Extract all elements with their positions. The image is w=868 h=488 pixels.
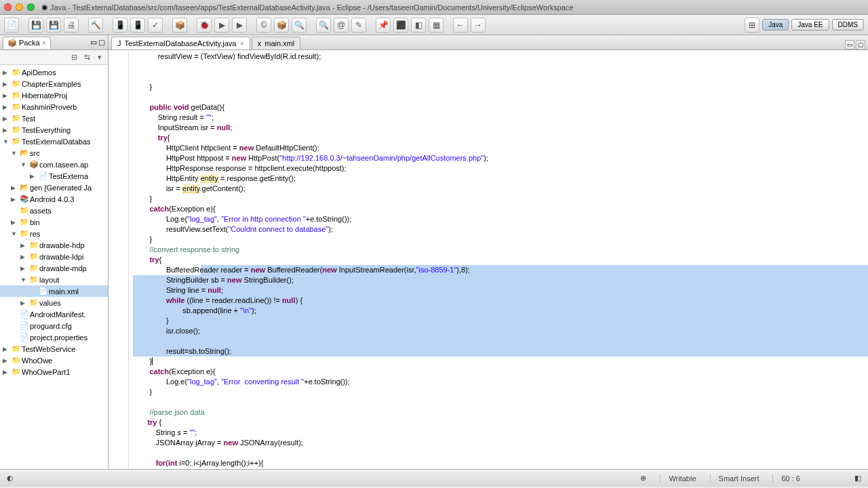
tree-item[interactable]: ▶📁Test — [0, 113, 108, 124]
expand-arrow-icon[interactable]: ▶ — [3, 81, 11, 87]
tree-item[interactable]: ▶📂gen [Generated Ja — [0, 182, 108, 193]
link-editor-icon[interactable]: ⇆ — [81, 52, 92, 63]
expand-arrow-icon[interactable]: ▼ — [11, 230, 19, 237]
new-project-button[interactable]: 📦 — [172, 18, 187, 33]
code-line[interactable]: Log.e("log_tag", "Error converting resul… — [133, 377, 868, 387]
toggle-button[interactable]: ⬛ — [393, 18, 408, 33]
task-button[interactable]: ✎ — [351, 18, 366, 33]
tree-item[interactable]: ▶📁values — [0, 297, 108, 308]
new-button[interactable]: 📄 — [4, 18, 19, 33]
code-line[interactable]: public void getData(){ — [133, 102, 868, 113]
expand-arrow-icon[interactable]: ▶ — [11, 196, 19, 203]
run-last-button[interactable]: ▶ — [232, 18, 247, 33]
expand-arrow-icon[interactable]: ▶ — [20, 242, 28, 249]
close-icon[interactable]: × — [239, 39, 243, 47]
code-line[interactable]: try{ — [133, 255, 868, 265]
code-line[interactable]: HttpPost httppost = new HttpPost("http:/… — [133, 153, 868, 163]
tree-item[interactable]: ▶📁ApiDemos — [0, 66, 108, 78]
code-line[interactable]: isr.close(); — [133, 326, 868, 336]
open-perspective-button[interactable]: ⊞ — [745, 18, 760, 33]
editor-gutter[interactable] — [108, 50, 129, 469]
minimize-editor-icon[interactable]: ▭ — [845, 40, 854, 49]
zoom-window-icon[interactable] — [27, 3, 35, 11]
tree-item[interactable]: ▼📂src — [0, 147, 108, 159]
code-line[interactable] — [133, 62, 868, 72]
code-line[interactable]: String line = null; — [133, 285, 868, 296]
avd-button[interactable]: 📱 — [130, 18, 145, 33]
code-line[interactable]: String s = ""; — [133, 428, 868, 438]
code-line[interactable]: for(int i=0; i<jArray.length();i++){ — [133, 458, 868, 468]
code-line[interactable]: HttpEntity entity = response.getEntity()… — [133, 174, 868, 184]
tree-item[interactable]: ▼📦com.taseen.ap — [0, 159, 108, 170]
run-button[interactable]: ▶ — [214, 18, 229, 33]
expand-arrow-icon[interactable]: ▶ — [20, 300, 28, 306]
code-line[interactable] — [133, 336, 868, 346]
tree-item[interactable]: ▼📁res — [0, 228, 108, 239]
code-line[interactable]: result=sb.toString(); — [133, 346, 868, 357]
new-class-button[interactable]: © — [256, 18, 271, 33]
tree-item[interactable]: ▶📁KashmiriProverb — [0, 101, 108, 113]
expand-arrow-icon[interactable]: ▼ — [11, 150, 19, 157]
expand-arrow-icon[interactable]: ▶ — [3, 369, 11, 375]
tree-item[interactable]: ▶📄TestExterna — [0, 170, 108, 182]
tree-item[interactable]: ▶📁drawable-hdp — [0, 239, 108, 251]
expand-arrow-icon[interactable]: ▼ — [20, 161, 28, 168]
tree-item[interactable]: ▼📁layout — [0, 274, 108, 285]
pin-button[interactable]: 📌 — [376, 18, 391, 33]
code-editor[interactable]: resultView = (TextView) findViewById(R.i… — [108, 50, 868, 469]
expand-arrow-icon[interactable]: ▶ — [3, 104, 11, 110]
editor-tab-xml[interactable]: x main.xml — [252, 37, 301, 49]
build-button[interactable]: 🔨 — [88, 18, 103, 33]
tree-item[interactable]: ▶📁WhoOwePart1 — [0, 366, 108, 378]
code-line[interactable] — [133, 72, 868, 82]
code-line[interactable]: StringBuilder sb = new StringBuilder(); — [133, 275, 868, 285]
code-line[interactable]: sb.append(line + "\n"); — [133, 306, 868, 316]
code-line[interactable]: JSONArray jArray = new JSONArray(result)… — [133, 438, 868, 448]
debug-button[interactable]: 🐞 — [197, 18, 212, 33]
maximize-editor-icon[interactable]: ▢ — [856, 40, 865, 49]
search-button[interactable]: 🔍 — [316, 18, 331, 33]
expand-arrow-icon[interactable]: ▶ — [20, 265, 28, 272]
code-line[interactable]: //convert response to string — [133, 245, 868, 255]
code-line[interactable]: } — [133, 194, 868, 204]
print-button[interactable]: 🖨 — [64, 18, 79, 33]
status-build-icon[interactable]: ◧ — [854, 474, 861, 483]
tree-item[interactable]: 📄proguard.cfg — [0, 320, 108, 331]
tree-item[interactable]: ▶📁TestWebService — [0, 343, 108, 354]
expand-arrow-icon[interactable]: ▶ — [3, 346, 11, 352]
code-line[interactable]: try { — [133, 418, 868, 428]
collapse-all-icon[interactable]: ⊟ — [68, 52, 79, 63]
code-line[interactable]: String result = ""; — [133, 113, 868, 123]
code-line[interactable]: resultView.setText("Couldnt connect to d… — [133, 224, 868, 235]
expand-arrow-icon[interactable]: ▶ — [30, 173, 38, 180]
tree-item[interactable]: 📄AndroidManifest. — [0, 308, 108, 320]
code-line[interactable] — [133, 397, 868, 407]
expand-arrow-icon[interactable]: ▶ — [11, 219, 19, 226]
tree-item[interactable]: ▶📚Android 4.0.3 — [0, 193, 108, 205]
code-line[interactable]: } — [133, 387, 868, 397]
code-line[interactable]: HttpResponse response = httpclient.execu… — [133, 163, 868, 174]
project-tree[interactable]: ▶📁ApiDemos▶📁ChapterExamples▶📁HibernatePr… — [0, 65, 108, 469]
expand-arrow-icon[interactable]: ▶ — [3, 69, 11, 76]
code-line[interactable]: } — [133, 82, 868, 92]
tree-item[interactable]: ▶📁bin — [0, 216, 108, 228]
back-button[interactable]: ← — [453, 18, 468, 33]
tree-item[interactable]: ▶📁ChapterExamples — [0, 78, 108, 89]
view-menu-icon[interactable]: ▾ — [94, 52, 105, 63]
tree-item[interactable]: ▼📁TestExternalDatabas — [0, 136, 108, 147]
code-line[interactable]: //parse json data — [133, 407, 868, 418]
code-line[interactable]: } — [133, 357, 868, 367]
block-button[interactable]: ▦ — [429, 18, 443, 33]
tree-item[interactable]: 📁assets — [0, 205, 108, 216]
code-line[interactable]: HttpClient httpclient = new DefaultHttpC… — [133, 143, 868, 153]
close-window-icon[interactable] — [4, 3, 12, 11]
save-all-button[interactable]: 💾 — [46, 18, 61, 33]
perspective-java[interactable]: Java — [762, 19, 789, 30]
close-icon[interactable]: × — [42, 39, 46, 47]
perspective-ddms[interactable]: DDMS — [832, 19, 864, 30]
expand-arrow-icon[interactable]: ▼ — [3, 138, 11, 145]
annotation-button[interactable]: @ — [334, 18, 349, 33]
minimize-view-icon[interactable]: ▭ — [90, 38, 97, 47]
code-line[interactable] — [133, 92, 868, 102]
expand-arrow-icon[interactable]: ▶ — [3, 115, 11, 122]
